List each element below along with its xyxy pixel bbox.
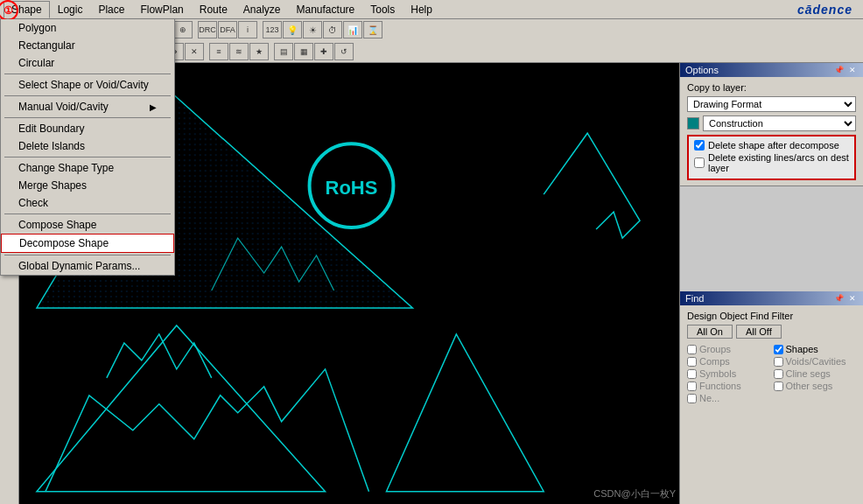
all-on-button[interactable]: All On xyxy=(687,325,733,339)
menu-merge-shapes[interactable]: Merge Shapes xyxy=(1,177,174,194)
menu-polygon[interactable]: Polygon xyxy=(1,19,174,37)
tb-spin[interactable]: ↺ xyxy=(334,43,354,60)
functions-checkbox[interactable] xyxy=(687,382,697,391)
tb-info[interactable]: i xyxy=(238,21,257,38)
separator-2 xyxy=(4,95,171,96)
shape-dropdown: Polygon Rectangular Circular Select Shap… xyxy=(0,19,175,276)
tb-prop[interactable]: ≡ xyxy=(209,43,228,60)
menu-select-shape[interactable]: Select Shape or Void/Cavity xyxy=(1,76,174,94)
delete-shape-checkbox[interactable] xyxy=(694,140,705,150)
menu-delete-islands[interactable]: Delete Islands xyxy=(1,137,174,155)
options-titlebar: Options 📌 ✕ xyxy=(680,63,863,77)
tb-sun[interactable]: ☀ xyxy=(303,21,322,38)
ne-checkbox[interactable] xyxy=(687,394,697,403)
svg-marker-5 xyxy=(386,334,544,492)
find-pin[interactable]: 📌 xyxy=(832,294,845,303)
find-close[interactable]: ✕ xyxy=(847,294,858,303)
menu-compose-shape[interactable]: Compose Shape xyxy=(1,216,174,234)
find-grid: Groups Shapes Comps Voids/Cavities xyxy=(687,344,856,403)
separator-1 xyxy=(4,74,171,74)
copy-to-layer-label: Copy to layer: xyxy=(687,82,856,93)
menu-item-shape[interactable]: Shape① xyxy=(4,1,50,18)
tb-lightbulb[interactable]: 💡 xyxy=(283,21,302,38)
all-off-button[interactable]: All Off xyxy=(736,325,782,339)
menu-item-flowplan[interactable]: FlowPlan xyxy=(132,1,191,18)
other-checkbox[interactable] xyxy=(774,382,783,391)
ne-label: Ne... xyxy=(699,393,719,403)
shapes-checkbox[interactable] xyxy=(774,345,783,354)
symbols-checkbox[interactable] xyxy=(687,369,697,379)
tb-snap[interactable]: ⊕ xyxy=(173,21,193,38)
menu-manual-void[interactable]: Manual Void/Cavity ▶ xyxy=(1,98,174,116)
tb-123[interactable]: 123 xyxy=(263,21,282,38)
menu-item-place[interactable]: Place xyxy=(90,1,132,18)
comps-checkbox[interactable] xyxy=(687,357,697,367)
delete-lines-row: Delete existing lines/arcs on dest layer xyxy=(694,152,849,173)
menu-item-tools[interactable]: Tools xyxy=(362,1,403,18)
options-controls: 📌 ✕ xyxy=(832,66,858,74)
menu-item-analyze[interactable]: Analyze xyxy=(235,1,289,18)
find-item-ne: Ne... xyxy=(687,393,770,403)
options-close[interactable]: ✕ xyxy=(847,66,858,74)
groups-label: Groups xyxy=(699,344,731,354)
tb-clock[interactable]: ⏱ xyxy=(323,21,342,38)
delete-shape-row: Delete shape after decompose xyxy=(694,140,849,150)
panel-spacer xyxy=(680,186,863,291)
menu-change-shape-type[interactable]: Change Shape Type xyxy=(1,159,174,177)
separator-3 xyxy=(4,117,171,118)
menu-item-manufacture[interactable]: Manufacture xyxy=(289,1,363,18)
other-label: Other segs xyxy=(786,381,833,391)
tb-dfa[interactable]: DFA xyxy=(218,21,237,38)
voids-label: Voids/Cavities xyxy=(786,356,846,367)
layer2-select[interactable]: Construction xyxy=(703,116,856,131)
delete-lines-label: Delete existing lines/arcs on dest layer xyxy=(708,152,849,173)
tb-shape1[interactable]: ▤ xyxy=(274,43,293,60)
find-content: Design Object Find Filter All On All Off… xyxy=(680,305,863,409)
find-item-comps: Comps xyxy=(687,356,770,367)
find-item-functions: Functions xyxy=(687,381,770,391)
find-panel: Find 📌 ✕ Design Object Find Filter All O… xyxy=(680,291,863,504)
layer1-select[interactable]: Drawing Format xyxy=(687,96,856,112)
find-item-groups: Groups xyxy=(687,344,770,354)
menu-rectangular[interactable]: Rectangular xyxy=(1,37,174,54)
watermark: CSDN@小白一枚Y xyxy=(593,487,676,500)
menu-item-help[interactable]: Help xyxy=(403,1,440,18)
tb-cross[interactable]: ✚ xyxy=(314,43,333,60)
menu-item-logic[interactable]: Logic xyxy=(50,1,91,18)
tb-shape2[interactable]: ▦ xyxy=(294,43,313,60)
menu-item-route[interactable]: Route xyxy=(192,1,235,18)
functions-label: Functions xyxy=(699,381,741,391)
menubar: Shape① Logic Place FlowPlan Route Analyz… xyxy=(0,0,863,19)
tb-delete[interactable]: ✕ xyxy=(185,43,204,60)
tb-netlist[interactable]: ≋ xyxy=(229,43,249,60)
comps-label: Comps xyxy=(699,356,730,367)
submenu-arrow: ▶ xyxy=(150,102,157,112)
options-pin[interactable]: 📌 xyxy=(832,66,845,74)
find-section-label: Design Object Find Filter xyxy=(687,311,856,321)
svg-text:RoHS: RoHS xyxy=(326,177,378,199)
menu-global-dynamic[interactable]: Global Dynamic Params... xyxy=(1,257,174,275)
cline-label: Cline segs xyxy=(786,368,831,379)
find-titlebar: Find 📌 ✕ xyxy=(680,291,863,305)
menu-decompose-shape[interactable]: Decompose Shape xyxy=(1,234,174,253)
find-title: Find xyxy=(685,293,704,304)
find-buttons: All On All Off xyxy=(687,325,856,339)
find-item-shapes: Shapes xyxy=(774,344,857,354)
groups-checkbox[interactable] xyxy=(687,345,697,354)
tb-highlight[interactable]: ★ xyxy=(249,43,269,60)
tb-hour[interactable]: ⌛ xyxy=(363,21,382,38)
menu-check[interactable]: Check xyxy=(1,194,174,212)
tb-chart[interactable]: 📊 xyxy=(343,21,362,38)
separator-4 xyxy=(4,157,171,158)
delete-lines-checkbox[interactable] xyxy=(694,158,705,168)
find-item-voids: Voids/Cavities xyxy=(774,356,857,367)
find-controls: 📌 ✕ xyxy=(832,294,858,303)
brand-logo: cādence xyxy=(797,3,852,17)
tb-drc[interactable]: DRC xyxy=(198,21,217,38)
voids-checkbox[interactable] xyxy=(774,357,783,367)
menu-circular[interactable]: Circular xyxy=(1,54,174,72)
options-content: Copy to layer: Drawing Format Constructi… xyxy=(680,77,863,186)
menu-edit-boundary[interactable]: Edit Boundary xyxy=(1,120,174,137)
cline-checkbox[interactable] xyxy=(774,369,783,379)
badge-1: ① xyxy=(0,0,18,21)
